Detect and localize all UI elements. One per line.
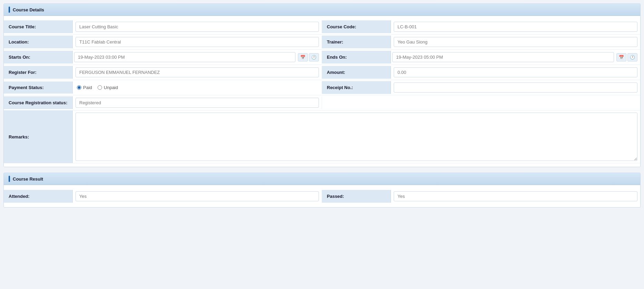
- label-course-title: Course Title:: [4, 20, 73, 33]
- row-attended-passed: Attended: Passed:: [4, 189, 640, 204]
- input-trainer[interactable]: [394, 37, 637, 47]
- ends-on-calendar-btn[interactable]: 📅: [616, 53, 626, 61]
- input-receipt-no[interactable]: [394, 83, 637, 93]
- ends-on-clock-btn[interactable]: 🕐: [627, 53, 637, 61]
- half-passed: Passed:: [322, 190, 640, 203]
- page-wrapper: Course Details Course Title: Course Code…: [0, 0, 644, 211]
- row-payment-receipt: Payment Status: Paid Unpaid Receipt No.:: [4, 80, 640, 95]
- half-register-for: Register For:: [4, 66, 322, 79]
- radio-paid-label[interactable]: Paid: [77, 85, 92, 90]
- half-amount: Amount:: [322, 66, 640, 79]
- half-starts-on: Starts On: 📅 🕐: [4, 51, 322, 64]
- radio-paid[interactable]: [77, 85, 81, 90]
- half-ends-on: Ends On: 📅 🕐: [322, 51, 640, 64]
- label-course-code: Course Code:: [322, 20, 391, 33]
- half-payment-status: Payment Status: Paid Unpaid: [4, 81, 322, 94]
- input-attended[interactable]: [76, 191, 319, 201]
- label-reg-status: Course Registration status:: [4, 96, 73, 109]
- label-trainer: Trainer:: [322, 36, 391, 48]
- half-course-title: Course Title:: [4, 20, 322, 33]
- half-location: Location:: [4, 36, 322, 48]
- label-attended: Attended:: [4, 190, 73, 203]
- row-registration-status: Course Registration status:: [4, 95, 640, 110]
- input-passed[interactable]: [394, 191, 637, 201]
- course-details-title: Course Details: [13, 7, 44, 12]
- course-details-header: Course Details: [4, 4, 640, 16]
- label-payment-status: Payment Status:: [4, 81, 73, 94]
- half-attended: Attended:: [4, 190, 322, 203]
- row-starts-ends: Starts On: 📅 🕐 Ends On: 📅 🕐: [4, 50, 640, 65]
- row-course-title-code: Course Title: Course Code:: [4, 19, 640, 35]
- label-amount: Amount:: [322, 66, 391, 79]
- radio-unpaid-text: Unpaid: [104, 85, 118, 90]
- input-remarks[interactable]: [76, 113, 637, 161]
- course-result-header: Course Result: [4, 173, 640, 185]
- label-remarks: Remarks:: [4, 110, 73, 163]
- datetime-starts-wrapper: 📅 🕐: [73, 51, 322, 64]
- starts-on-clock-btn[interactable]: 🕐: [309, 53, 319, 61]
- half-trainer: Trainer:: [322, 36, 640, 48]
- input-ends-on[interactable]: [392, 52, 614, 62]
- input-register-for[interactable]: [76, 67, 319, 77]
- radio-unpaid-label[interactable]: Unpaid: [98, 85, 118, 90]
- half-receipt-no: Receipt No.:: [322, 81, 640, 94]
- row-register-amount: Register For: Amount:: [4, 65, 640, 80]
- course-result-form: Attended: Passed:: [4, 185, 640, 207]
- input-amount[interactable]: [394, 67, 637, 77]
- course-result-title: Course Result: [13, 176, 43, 182]
- course-details-card: Course Details Course Title: Course Code…: [3, 3, 641, 167]
- radio-unpaid[interactable]: [98, 85, 102, 90]
- input-course-code[interactable]: [394, 22, 637, 32]
- input-starts-on[interactable]: [74, 52, 295, 62]
- result-header-bar-accent: [9, 176, 10, 182]
- label-register-for: Register For:: [4, 66, 73, 79]
- course-details-form: Course Title: Course Code: Location: Tra…: [4, 16, 640, 167]
- header-bar-accent: [9, 7, 10, 13]
- starts-on-calendar-btn[interactable]: 📅: [298, 53, 308, 61]
- half-reg-status: Course Registration status:: [4, 96, 322, 109]
- input-reg-status[interactable]: [76, 98, 319, 108]
- label-location: Location:: [4, 36, 73, 48]
- row-remarks: Remarks:: [4, 110, 640, 163]
- label-passed: Passed:: [322, 190, 391, 203]
- label-starts-on: Starts On:: [4, 51, 73, 64]
- input-location[interactable]: [76, 37, 319, 47]
- input-course-title[interactable]: [76, 22, 319, 32]
- half-course-code: Course Code:: [322, 20, 640, 33]
- datetime-ends-wrapper: 📅 🕐: [391, 51, 640, 64]
- payment-status-options: Paid Unpaid: [73, 82, 122, 93]
- course-result-card: Course Result Attended: Passed:: [3, 173, 641, 208]
- row-location-trainer: Location: Trainer:: [4, 35, 640, 50]
- radio-paid-text: Paid: [83, 85, 92, 90]
- label-receipt-no: Receipt No.:: [322, 81, 391, 94]
- label-ends-on: Ends On:: [322, 51, 391, 64]
